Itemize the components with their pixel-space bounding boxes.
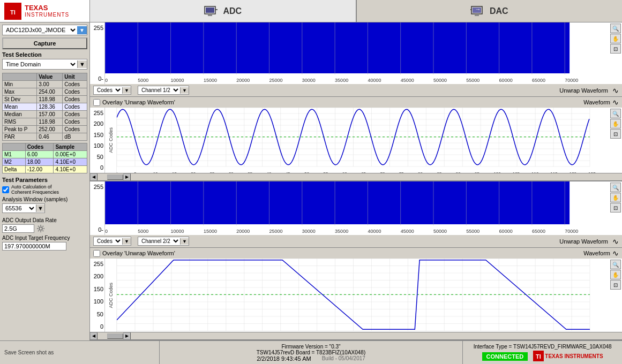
scroll-thumb-1[interactable] bbox=[107, 175, 123, 180]
chart2-controls: Codes ▼ Channel 2/2 ▼ Unwrap Waveform ∿ bbox=[90, 235, 622, 248]
capture-button[interactable]: Capture bbox=[2, 37, 87, 49]
overlay-label-1: Overlay 'Unwrap Waveform' bbox=[102, 99, 175, 105]
chart1-canvas-area-top bbox=[105, 22, 622, 84]
svg-text:TI: TI bbox=[10, 9, 16, 16]
channel-select-2[interactable]: Channel 2/2 ▼ bbox=[138, 237, 189, 246]
stat-unit: dB bbox=[63, 133, 87, 141]
device-select[interactable]: ADC12DJx00_JMODE ▼ bbox=[2, 25, 87, 35]
analysis-window-dropdown[interactable]: 65536 bbox=[3, 204, 36, 213]
domain-dropdown[interactable]: Time Domain bbox=[3, 59, 77, 69]
zoom-btn-1t[interactable]: 🔍 bbox=[610, 24, 621, 33]
left-panel: ADC12DJx00_JMODE ▼ Capture Test Selectio… bbox=[0, 22, 90, 340]
marker-sample: 4.10E+0 bbox=[54, 166, 87, 173]
chart2-top: 255 0- 🔍 ✋ ⊡ bbox=[90, 181, 622, 235]
chart1-controls: Codes ▼ Channel 1/2 ▼ Unwrap Waveform ∿ bbox=[90, 84, 622, 97]
stat-value: 118.98 bbox=[37, 118, 63, 126]
codes-dropdown-2[interactable]: Codes ▼ bbox=[93, 237, 131, 246]
input-freq-input[interactable] bbox=[2, 242, 66, 251]
domain-arrow[interactable]: ▼ bbox=[77, 60, 87, 68]
analysis-window-select[interactable]: 65536 ▼ bbox=[2, 203, 45, 213]
codes-select-1[interactable]: Codes bbox=[94, 86, 122, 94]
gear-icon[interactable] bbox=[36, 224, 45, 233]
fit-btn-1b[interactable]: ⊡ bbox=[610, 129, 621, 139]
channel-dropdown-2[interactable]: Channel 2/2 bbox=[138, 237, 180, 245]
scroll-right-1[interactable]: ▶ bbox=[123, 173, 131, 181]
codes-dropdown-1[interactable]: Codes ▼ bbox=[93, 86, 131, 95]
stat-unit: Codes bbox=[63, 111, 87, 118]
zoom-btn-1b[interactable]: 🔍 bbox=[610, 109, 621, 118]
unwrap-label-1: Unwrap Waveform bbox=[559, 87, 608, 94]
device-arrow-btn[interactable]: ▼ bbox=[77, 26, 87, 34]
footer: Save Screen shot as Firmware Version = "… bbox=[0, 340, 622, 364]
pan-btn-2b[interactable]: ✋ bbox=[610, 270, 621, 279]
y-200-1: 200 bbox=[91, 120, 103, 127]
svg-rect-9 bbox=[475, 14, 479, 16]
markers-header-sample: Sample bbox=[54, 143, 87, 151]
ti-texas-label: TEXAS bbox=[25, 4, 69, 12]
domain-select[interactable]: Time Domain ▼ bbox=[2, 59, 87, 70]
zoom-btn-2b[interactable]: 🔍 bbox=[610, 260, 621, 269]
dac-tab[interactable]: → DAC bbox=[356, 0, 623, 22]
chart1-bottom-canvas bbox=[117, 108, 606, 173]
stat-label: PAR bbox=[3, 133, 37, 141]
pan-btn-1t[interactable]: ✋ bbox=[610, 34, 621, 43]
chart-section-1: 255 0- 🔍 ✋ ⊡ Codes ▼ Chan bbox=[90, 22, 622, 181]
scroll-right-2[interactable]: ▶ bbox=[123, 332, 131, 340]
channel-dropdown-arrow-1[interactable]: ▼ bbox=[180, 87, 189, 94]
auto-calc-label: Auto Calculation ofCoherent Frequencies bbox=[11, 185, 59, 195]
device-dropdown[interactable]: ADC12DJx00_JMODE bbox=[3, 25, 77, 35]
y-tick-255-1: 255 bbox=[91, 25, 103, 31]
pan-btn-1b[interactable]: ✋ bbox=[610, 119, 621, 128]
analysis-window-arrow[interactable]: ▼ bbox=[36, 204, 44, 212]
pan-btn-2t[interactable]: ✋ bbox=[610, 193, 621, 202]
interface-type: Interface Type = TSW14J57REVD_FIRMWARE_1… bbox=[474, 344, 612, 350]
right-panel: 255 0- 🔍 ✋ ⊡ Codes ▼ Chan bbox=[90, 22, 622, 340]
channel-dropdown-arrow-2[interactable]: ▼ bbox=[180, 238, 189, 245]
stat-label: Median bbox=[3, 111, 37, 118]
waveform-squiggle-1: ∿ bbox=[612, 98, 619, 107]
stat-label: Min bbox=[3, 81, 37, 88]
codes-select-2[interactable]: Codes bbox=[94, 237, 122, 245]
stat-label: St Dev bbox=[3, 96, 37, 103]
chart1-toolbar-top: 🔍 ✋ ⊡ bbox=[610, 24, 621, 54]
markers-header-label bbox=[3, 143, 26, 151]
unwrap-squiggle-2: ∿ bbox=[612, 237, 619, 246]
dac-tab-label: DAC bbox=[490, 6, 508, 16]
y-axis-top-2: 255 0- bbox=[90, 181, 105, 235]
scrollbar-1: ◀ ▶ bbox=[90, 173, 622, 180]
save-screenshot-label[interactable]: Save Screen shot as bbox=[4, 350, 54, 355]
ti-instruments-label: INSTRUMENTS bbox=[25, 12, 69, 18]
build-info: Build - 05/04/2017 bbox=[322, 355, 365, 362]
adc-tab[interactable]: ADC bbox=[90, 0, 356, 22]
marker-codes: 6.00 bbox=[25, 151, 54, 158]
stats-header-value: Value bbox=[37, 73, 63, 81]
overlay-checkbox-2[interactable] bbox=[93, 250, 100, 257]
stats-row: RMS118.98Codes bbox=[3, 118, 87, 126]
test-params-label: Test Parameters bbox=[2, 177, 87, 183]
adc-icon bbox=[204, 5, 219, 17]
channel-select-1[interactable]: Channel 1/2 ▼ bbox=[138, 86, 189, 95]
scroll-left-1[interactable]: ◀ bbox=[90, 173, 98, 181]
stat-value: 118.98 bbox=[37, 96, 63, 103]
fit-btn-2b[interactable]: ⊡ bbox=[610, 280, 621, 290]
scroll-thumb-2[interactable] bbox=[107, 333, 123, 339]
ti-footer-icon: TI bbox=[533, 351, 544, 361]
codes-dropdown-arrow-1[interactable]: ▼ bbox=[122, 87, 131, 94]
auto-calc-checkbox[interactable] bbox=[2, 186, 9, 193]
fit-btn-1t[interactable]: ⊡ bbox=[610, 44, 621, 54]
codes-dropdown-arrow-2[interactable]: ▼ bbox=[122, 238, 131, 245]
y-axis-top-1: 255 0- bbox=[90, 22, 105, 84]
scroll-left-2[interactable]: ◀ bbox=[90, 332, 98, 340]
overlay-checkbox-1[interactable] bbox=[93, 99, 100, 106]
output-rate-input[interactable] bbox=[2, 224, 34, 233]
marker-label: M2 bbox=[3, 158, 26, 166]
stat-unit: Codes bbox=[63, 96, 87, 103]
channel-dropdown-1[interactable]: Channel 1/2 bbox=[138, 86, 180, 94]
chart2-canvas-area-top bbox=[105, 181, 622, 235]
stats-row: Min3.00Codes bbox=[3, 81, 87, 88]
zoom-btn-2t[interactable]: 🔍 bbox=[610, 183, 621, 192]
stat-value: 157.00 bbox=[37, 111, 63, 118]
y-tick-0-2: 0- bbox=[91, 226, 103, 233]
waveform-label-2: Waveform bbox=[583, 250, 610, 256]
fit-btn-2t[interactable]: ⊡ bbox=[610, 203, 621, 213]
